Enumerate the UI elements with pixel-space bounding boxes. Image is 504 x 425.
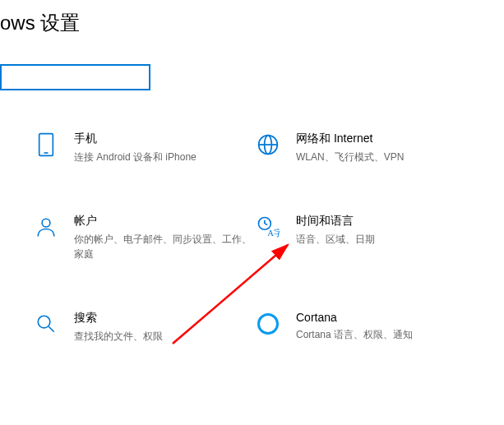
- page-title: ows 设置: [0, 10, 80, 36]
- cortana-icon: [255, 311, 281, 337]
- tile-account[interactable]: 帐户 你的帐户、电子邮件、同步设置、工作、家庭: [33, 214, 255, 261]
- tile-desc: 语音、区域、日期: [296, 232, 477, 247]
- tile-desc: WLAN、飞行模式、VPN: [296, 150, 477, 164]
- tile-network[interactable]: 网络和 Internet WLAN、飞行模式、VPN: [255, 132, 477, 164]
- tile-desc: Cortana 语言、权限、通知: [296, 327, 477, 342]
- tile-desc: 连接 Android 设备和 iPhone: [74, 150, 255, 164]
- tile-desc: 查找我的文件、权限: [74, 329, 255, 344]
- phone-icon: [33, 132, 59, 158]
- svg-text:A字: A字: [267, 228, 280, 238]
- tile-phone[interactable]: 手机 连接 Android 设备和 iPhone: [33, 132, 255, 164]
- person-icon: [33, 214, 59, 240]
- svg-line-10: [265, 224, 267, 225]
- search-input[interactable]: [2, 66, 146, 89]
- tile-title: Cortana: [296, 311, 477, 324]
- svg-point-12: [38, 316, 50, 328]
- time-language-icon: A字: [255, 214, 281, 240]
- svg-point-7: [42, 219, 50, 227]
- tile-title: 搜索: [74, 311, 255, 326]
- search-box[interactable]: [0, 64, 150, 90]
- tile-cortana[interactable]: Cortana Cortana 语言、权限、通知: [255, 311, 477, 344]
- tile-search[interactable]: 搜索 查找我的文件、权限: [33, 311, 255, 344]
- tile-title: 时间和语言: [296, 214, 477, 229]
- tile-time-language[interactable]: A字 时间和语言 语音、区域、日期: [255, 214, 477, 261]
- magnifier-icon: [33, 311, 59, 337]
- tile-title: 手机: [74, 132, 255, 146]
- svg-line-13: [49, 326, 54, 332]
- settings-tiles: 手机 连接 Android 设备和 iPhone 网络和 Internet WL…: [33, 132, 496, 393]
- tile-title: 网络和 Internet: [296, 132, 477, 146]
- globe-icon: [255, 132, 281, 158]
- tile-desc: 你的帐户、电子邮件、同步设置、工作、家庭: [74, 232, 255, 261]
- tile-title: 帐户: [74, 214, 255, 229]
